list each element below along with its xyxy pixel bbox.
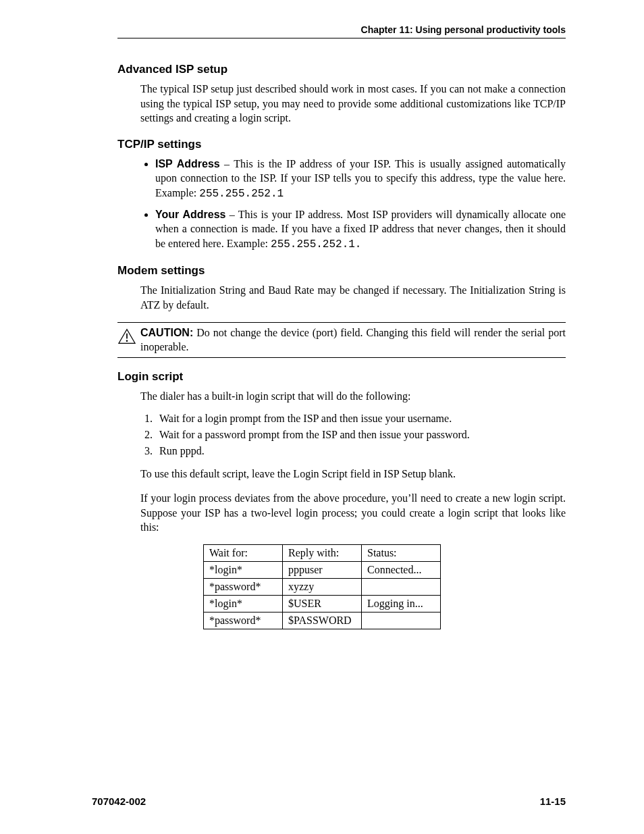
item-label: Your Address	[155, 209, 225, 220]
table-header-cell: Reply with:	[283, 544, 362, 561]
table-cell: $USER	[283, 595, 362, 612]
tcpip-list: ISP Address – This is the IP address of …	[140, 157, 566, 253]
table-cell: *login*	[204, 595, 283, 612]
table-row: *login* $USER Logging in...	[204, 595, 441, 612]
page: Chapter 11: Using personal productivity …	[0, 0, 644, 834]
table-cell: xyzzy	[283, 578, 362, 595]
item-label: ISP Address	[155, 158, 220, 170]
paragraph: If your login process deviates from the …	[140, 491, 566, 535]
login-script-table: Wait for: Reply with: Status: *login* pp…	[203, 544, 441, 629]
table-cell: *password*	[204, 612, 283, 629]
table-cell: $PASSWORD	[283, 612, 362, 629]
table-header-cell: Status:	[362, 544, 441, 561]
table-cell: pppuser	[283, 561, 362, 578]
paragraph: To use this default script, leave the Lo…	[140, 467, 566, 481]
table-row: *password* xyzzy	[204, 578, 441, 595]
example-code: 255.255.252.1	[199, 188, 284, 200]
table-cell: Connected...	[362, 561, 441, 578]
table-row: Wait for: Reply with: Status:	[204, 544, 441, 561]
heading-modem: Modem settings	[117, 264, 566, 278]
caution-icon	[117, 328, 136, 348]
heading-tcpip: TCP/IP settings	[117, 138, 566, 151]
paragraph: The Initialization String and Baud Rate …	[140, 283, 566, 312]
caution-label: CAUTION:	[140, 327, 193, 338]
doc-number: 707042-002	[92, 796, 146, 807]
heading-advanced-isp: Advanced ISP setup	[117, 63, 566, 76]
table-row: *password* $PASSWORD	[204, 612, 441, 629]
table-cell	[362, 578, 441, 595]
table-cell: *login*	[204, 561, 283, 578]
page-footer: 707042-002 11-15	[78, 796, 566, 807]
caution-block: CAUTION: Do not change the device (port)…	[117, 322, 566, 358]
paragraph: The dialer has a built-in login script t…	[140, 389, 566, 404]
list-item: ISP Address – This is the IP address of …	[155, 157, 566, 202]
caution-body: Do not change the device (port) field. C…	[140, 327, 566, 353]
caution-text: CAUTION: Do not change the device (port)…	[140, 325, 566, 355]
table-cell	[362, 612, 441, 629]
list-item: Wait for a password prompt from the ISP …	[155, 429, 566, 441]
svg-point-2	[126, 340, 128, 342]
table-row: *login* pppuser Connected...	[204, 561, 441, 578]
list-item: Your Address – This is your IP address. …	[155, 207, 566, 253]
login-steps: Wait for a login prompt from the ISP and…	[140, 413, 566, 457]
heading-login-script: Login script	[117, 370, 566, 384]
example-code: 255.255.252.1.	[271, 238, 361, 251]
paragraph: The typical ISP setup just described sho…	[140, 82, 566, 126]
chapter-header: Chapter 11: Using personal productivity …	[117, 24, 566, 38]
table-header-cell: Wait for:	[204, 544, 283, 561]
page-number: 11-15	[540, 796, 566, 807]
table-cell: Logging in...	[362, 595, 441, 612]
list-item: Wait for a login prompt from the ISP and…	[155, 413, 566, 425]
list-item: Run pppd.	[155, 445, 566, 457]
table-cell: *password*	[204, 578, 283, 595]
